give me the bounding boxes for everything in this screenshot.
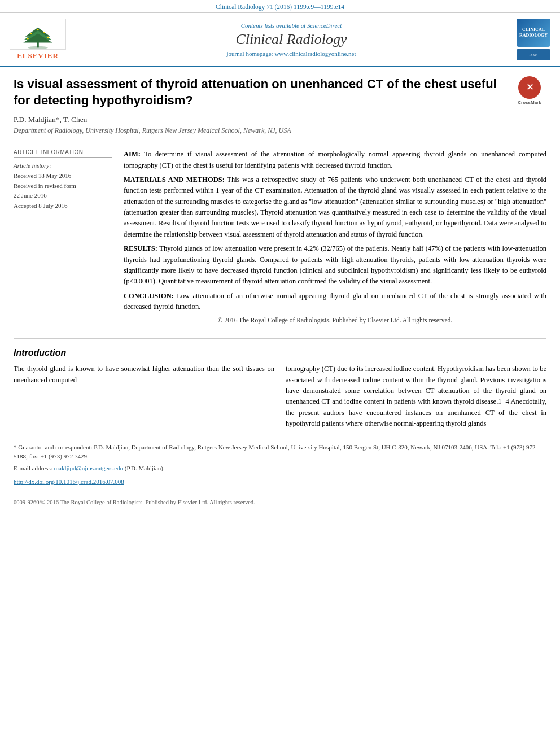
journal-logo-box: CLINICALRADIOLOGY ISSN [514, 19, 553, 60]
methods-label: MATERIALS AND METHODS: [124, 176, 225, 184]
copyright-text: © 2016 The Royal College of Radiologists… [124, 316, 546, 326]
doi-link[interactable]: http://dx.doi.org/10.1016/j.crad.2016.07… [14, 477, 546, 487]
svg-point-8 [47, 37, 49, 38]
article-history-dates: Received 18 May 2016 Received in revised… [14, 171, 112, 211]
bottom-copyright: 0009-9260/© 2016 The Royal College of Ra… [0, 499, 560, 511]
svg-point-6 [43, 32, 45, 33]
journal-title: Clinical Radiology [235, 31, 347, 48]
homepage-prefix: journal homepage: [226, 50, 273, 57]
methods-paragraph: MATERIALS AND METHODS: This was a retros… [124, 174, 546, 240]
citation-text: Clinical Radiology 71 (2016) 1199.e9—119… [216, 3, 344, 10]
elsevier-tree-image [10, 19, 66, 50]
aim-text: To determine if visual assessment of the… [124, 150, 546, 169]
methods-text: This was a retrospective study of 765 pa… [124, 176, 546, 238]
elsevier-logo: ELSEVIER [7, 19, 69, 60]
elsevier-brand-text: ELSEVIER [17, 51, 59, 60]
authors-line: P.D. Maldjian*, T. Chen [14, 115, 546, 124]
accepted-date: Accepted 8 July 2016 [14, 201, 112, 211]
intro-right-col: tomography (CT) due to its increased iod… [286, 364, 546, 429]
intro-section-title: Introduction [14, 348, 546, 358]
conclusion-text: Low attenuation of an otherwise normal-a… [124, 292, 546, 311]
crossmark-label: CrossMark [518, 100, 541, 106]
crossmark-widget[interactable]: ✕ CrossMark [513, 76, 546, 107]
science-direct-prefix: Contents lists available at [241, 22, 306, 29]
content-wrapper: Is visual assessment of thyroid attenuat… [0, 67, 560, 496]
article-title-block: Is visual assessment of thyroid attenuat… [14, 76, 546, 108]
journal-header: ELSEVIER Contents lists available at Sci… [0, 13, 560, 67]
article-title-text: Is visual assessment of thyroid attenuat… [14, 77, 497, 107]
svg-point-1 [28, 46, 48, 49]
authors-text: P.D. Maldjian*, T. Chen [14, 115, 87, 124]
results-text: Thyroid glands of low attenuation were p… [124, 244, 546, 285]
received-date: Received 18 May 2016 [14, 171, 112, 181]
intro-right-text: tomography (CT) due to its increased iod… [286, 364, 546, 429]
aim-label: AIM: [124, 150, 141, 158]
email-address[interactable]: makljipd@njms.rutgers.edu [54, 465, 123, 471]
conclusion-paragraph: CONCLUSION: Low attenuation of an otherw… [124, 291, 546, 313]
intro-left-text: The thyroid gland is known to have somew… [14, 364, 274, 386]
abstract-text: AIM: To determine if visual assessment o… [124, 149, 546, 326]
svg-point-9 [37, 29, 39, 30]
science-direct-line: Contents lists available at ScienceDirec… [241, 22, 342, 29]
svg-point-7 [27, 38, 29, 40]
crossmark-logo: ✕ [518, 76, 541, 99]
revised-date: 22 June 2016 [14, 191, 112, 201]
article-history-heading: Article history: [14, 162, 112, 169]
results-label: RESULTS: [124, 244, 158, 252]
header-middle: Contents lists available at ScienceDirec… [75, 19, 508, 60]
journal-issn-badge: ISSN [517, 49, 550, 60]
guarantor-note: * Guarantor and correspondent: P.D. Mald… [14, 443, 546, 461]
journal-homepage-line: journal homepage: www.clinicalradiologyo… [226, 50, 356, 57]
aim-paragraph: AIM: To determine if visual assessment o… [124, 149, 546, 171]
svg-point-5 [30, 33, 32, 34]
revised-label: Received in revised form [14, 181, 112, 191]
intro-left-col: The thyroid gland is known to have somew… [14, 364, 274, 429]
email-label: E-mail address: [14, 465, 53, 471]
conclusion-label: CONCLUSION: [124, 292, 174, 300]
section-divider [14, 338, 546, 339]
results-paragraph: RESULTS: Thyroid glands of low attenuati… [124, 243, 546, 287]
homepage-link[interactable]: www.clinicalradiologyonline.net [274, 50, 356, 57]
abstract-col: AIM: To determine if visual assessment o… [124, 149, 546, 329]
citation-bar: Clinical Radiology 71 (2016) 1199.e9—119… [0, 0, 560, 13]
affiliation-text: Department of Radiology, University Hosp… [14, 126, 546, 141]
journal-logo-img: CLINICALRADIOLOGY [517, 19, 550, 47]
main-columns: Article information Article history: Rec… [14, 149, 546, 329]
intro-section: The thyroid gland is known to have somew… [14, 364, 546, 429]
email-suffix: (P.D. Maldjian). [125, 465, 165, 471]
science-direct-link-text[interactable]: ScienceDirect [307, 22, 342, 29]
footnote-section: * Guarantor and correspondent: P.D. Mald… [14, 438, 546, 487]
email-line: E-mail address: makljipd@njms.rutgers.ed… [14, 464, 546, 473]
article-info-heading: Article information [14, 149, 112, 158]
article-info-col: Article information Article history: Rec… [14, 149, 112, 329]
